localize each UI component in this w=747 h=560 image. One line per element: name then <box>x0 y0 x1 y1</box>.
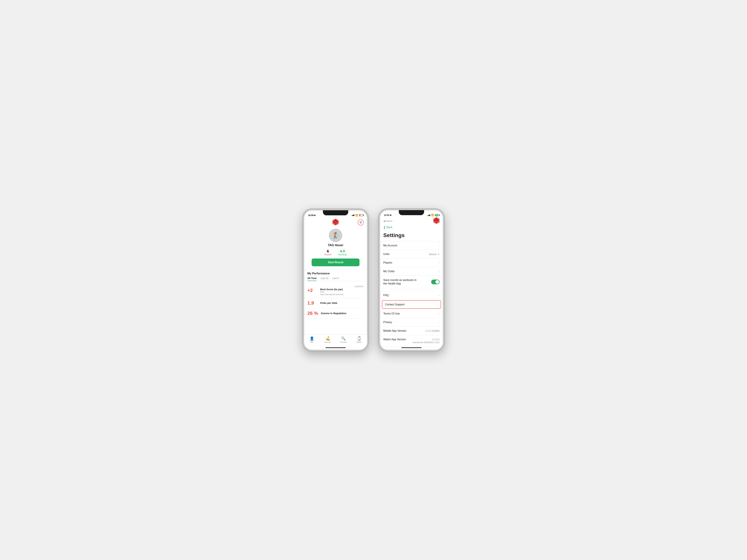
settings-list: My Account › Units Metres ∨ Players › My… <box>380 241 443 347</box>
handicap-value: 4.0 <box>340 249 345 253</box>
greens-value: 26 % <box>307 311 318 316</box>
watch-icon: ⌚ <box>357 336 362 341</box>
settings-my-clubs[interactable]: My Clubs › <box>380 267 443 276</box>
battery-icon-1 <box>359 214 363 216</box>
search-chevron-icon: ◀ <box>383 220 385 222</box>
nav-rounds[interactable]: ⛳ Rounds <box>323 336 333 343</box>
best-score-info: 19/03/2021 Best Score (to par) PIGC Pari… <box>320 285 364 296</box>
battery-fill-1 <box>359 214 361 216</box>
app-header-1: TAG HEUER ⚙ <box>304 217 367 227</box>
back-chevron-icon: ❮ <box>383 225 386 229</box>
watch-version-sublabel: Fetched the 28/06/2022 13:51 <box>383 341 440 343</box>
my-account-label: My Account <box>383 244 397 247</box>
settings-faq[interactable]: FAQ › <box>380 291 443 300</box>
performance-title: My Performance <box>307 272 364 275</box>
settings-mobile-version: Mobile App Version V 2.2.2(5989) <box>380 327 443 335</box>
svg-text:HEUER: HEUER <box>435 221 438 222</box>
home-indicator-2 <box>380 347 443 350</box>
performance-section: My Performance All Time Last 20 Last 5 +… <box>304 269 367 335</box>
back-button[interactable]: Back <box>386 226 392 229</box>
units-chevron-down: ∨ <box>438 253 440 256</box>
health-app-label: Save rounds as workouts in the Health Ap… <box>383 278 420 285</box>
my-clubs-label: My Clubs <box>383 270 394 273</box>
screen-1: TAG HEUER ⚙ 🏌️ TAG Heuer 6 Rounds 4.0 <box>304 217 367 347</box>
wifi-icon-1: 📶 <box>355 214 358 217</box>
greens-info: Greens in Regulation <box>321 312 364 315</box>
units-value: Metres <box>429 253 437 256</box>
units-right: Metres ∨ <box>429 253 440 256</box>
phone-1: 18:00 ▶ 📶 TAG HEUER <box>303 209 368 351</box>
players-chevron: › <box>439 261 440 264</box>
settings-button[interactable]: ⚙ <box>358 220 364 225</box>
tab-last-5[interactable]: Last 5 <box>332 277 339 281</box>
signal-icon-1 <box>352 214 354 216</box>
me-label: Me <box>311 341 313 343</box>
faq-label: FAQ <box>383 294 389 297</box>
my-clubs-chevron: › <box>439 270 440 273</box>
search-bar-label: ◀ Search <box>383 220 392 222</box>
svg-text:HEUER: HEUER <box>334 223 337 224</box>
start-round-button[interactable]: Start Round <box>312 258 360 266</box>
handicap-label: Handicap <box>338 253 347 256</box>
signal-icon-2 <box>428 214 430 216</box>
notch-2 <box>399 210 424 215</box>
bottom-nav-1: 👤 Me ⛳ Rounds 🔍 Courses ⌚ Watch <box>304 335 367 347</box>
health-app-toggle[interactable] <box>431 280 440 284</box>
best-score-card: +2 19/03/2021 Best Score (to par) PIGC P… <box>307 283 364 298</box>
settings-health-app[interactable]: Save rounds as workouts in the Health Ap… <box>380 276 443 288</box>
players-label: Players <box>383 261 392 264</box>
nav-me[interactable]: 👤 Me <box>307 336 317 343</box>
profile-section: 🏌️ TAG Heuer 6 Rounds 4.0 Handicap Start… <box>304 227 367 269</box>
wifi-icon-2: 📶 <box>431 214 434 217</box>
time-display-2: 13:51 <box>384 214 389 217</box>
nav-courses[interactable]: 🔍 Courses <box>338 336 349 343</box>
battery-fill-2 <box>435 214 438 216</box>
greens-label: Greens in Regulation <box>321 312 364 315</box>
putts-value: 1,9 <box>307 300 317 306</box>
settings-units[interactable]: Units Metres ∨ <box>380 250 443 258</box>
settings-contact-support[interactable]: Contact Support › <box>382 300 441 309</box>
nav-watch[interactable]: ⌚ Watch <box>354 336 364 343</box>
privacy-chevron: › <box>439 321 440 324</box>
best-score-sublabel2: Paris International Golf Club <box>320 294 364 296</box>
watch-version-value: V 2.9.2 <box>432 338 440 341</box>
tagheuer-logo-1: TAG HEUER <box>332 219 339 226</box>
battery-icon-2 <box>435 214 439 216</box>
avatar-icon: 🏌️ <box>332 232 339 239</box>
settings-watch-version: Watch App Version V 2.9.2 Fetched the 28… <box>380 335 443 347</box>
rounds-icon: ⛳ <box>326 336 330 341</box>
settings-privacy[interactable]: Privacy › <box>380 318 443 327</box>
rounds-value: 6 <box>327 249 329 253</box>
rounds-nav-label: Rounds <box>325 341 331 343</box>
watch-label: Watch <box>357 341 362 343</box>
putts-info: Putts per Hole <box>320 302 364 304</box>
my-account-chevron: › <box>439 244 440 247</box>
tab-last-20[interactable]: Last 20 <box>320 277 328 281</box>
location-icon-1: ▶ <box>314 214 316 217</box>
svg-text:TAG: TAG <box>334 221 337 222</box>
settings-terms[interactable]: Terms Of Use › <box>380 309 443 318</box>
spacer-1 <box>380 288 443 291</box>
home-indicator-1 <box>304 347 367 350</box>
rounds-stat: 6 Rounds <box>325 249 331 256</box>
putts-label: Putts per Hole <box>320 302 364 304</box>
notch-1 <box>323 210 348 215</box>
me-icon: 👤 <box>310 336 314 341</box>
units-label: Units <box>383 253 389 256</box>
faq-chevron: › <box>439 294 440 297</box>
contact-support-chevron: › <box>437 303 438 306</box>
courses-label: Courses <box>340 341 347 343</box>
gear-icon: ⚙ <box>359 221 362 224</box>
phone-2: 13:51 ▶ 📶 ◀ Search <box>379 209 444 351</box>
location-icon-2: ▶ <box>390 214 391 216</box>
privacy-label: Privacy <box>383 321 392 324</box>
best-score-label: Best Score (to par) <box>320 288 364 291</box>
time-display-1: 18:00 <box>308 214 314 217</box>
username: TAG Heuer <box>328 244 343 247</box>
performance-tabs[interactable]: All Time Last 20 Last 5 <box>307 277 364 281</box>
settings-my-account[interactable]: My Account › <box>380 241 443 250</box>
watch-version-main: Watch App Version V 2.9.2 <box>383 338 440 341</box>
settings-players[interactable]: Players › <box>380 258 443 267</box>
best-score-sublabel1: PIGC <box>320 291 364 293</box>
tab-all-time[interactable]: All Time <box>307 277 316 281</box>
